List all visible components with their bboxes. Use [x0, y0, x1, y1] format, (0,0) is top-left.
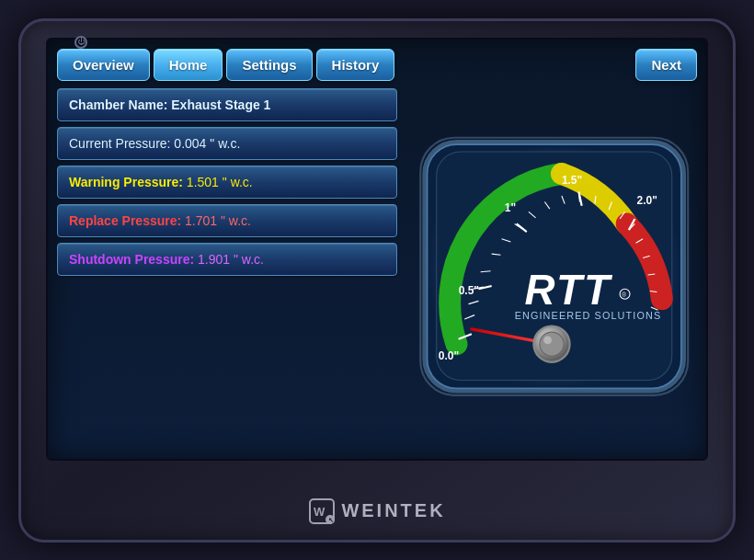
brand-logo: W ↖ WEINTEK: [308, 497, 445, 525]
svg-text:2.0": 2.0": [637, 193, 657, 206]
nav-overview[interactable]: Overview: [57, 49, 150, 81]
content-area: Chamber Name: Exhaust Stage 1 Current Pr…: [57, 88, 697, 450]
device-frame: ⏻ Overview Home Settings History Next Ch…: [18, 18, 736, 543]
shutdown-label: Shutdown Pressure:: [69, 252, 194, 267]
warning-label: Warning Pressure:: [69, 175, 183, 189]
warning-value: 1.501 " w.c.: [183, 175, 253, 189]
svg-text:®: ®: [622, 291, 626, 298]
svg-text:↖: ↖: [328, 517, 336, 523]
replace-label: Replace Pressure:: [69, 213, 181, 228]
svg-text:0.0": 0.0": [439, 349, 459, 361]
nav-settings[interactable]: Settings: [226, 49, 312, 81]
nav-bar: Overview Home Settings History Next: [57, 49, 697, 81]
current-pressure-row: Current Pressure: 0.004 " w.c.: [57, 127, 397, 160]
svg-point-40: [543, 336, 552, 344]
current-pressure-text: Current Pressure: 0.004 " w.c.: [69, 136, 240, 151]
power-button[interactable]: ⏻: [74, 36, 87, 49]
warning-pressure-row: Warning Pressure: 1.501 " w.c.: [57, 166, 397, 199]
svg-text:1": 1": [505, 201, 516, 214]
nav-home[interactable]: Home: [154, 49, 223, 81]
shutdown-pressure-row: Shutdown Pressure: 1.901 " w.c.: [57, 243, 397, 276]
nav-history[interactable]: History: [316, 49, 395, 81]
svg-text:0.5": 0.5": [459, 283, 479, 296]
gauge-svg: 0.0" 0.5" 1" 1.5" 2.0": [406, 88, 697, 450]
svg-text:ENGINEERED SOLUTIONS: ENGINEERED SOLUTIONS: [515, 309, 662, 320]
screen: Overview Home Settings History Next Cham…: [46, 38, 708, 461]
svg-point-39: [540, 332, 564, 356]
shutdown-value: 1.901 " w.c.: [194, 252, 264, 267]
weintek-icon: W ↖: [308, 497, 336, 525]
nav-next[interactable]: Next: [635, 49, 697, 81]
replace-pressure-row: Replace Pressure: 1.701 " w.c.: [57, 204, 397, 237]
gauge-panel: 0.0" 0.5" 1" 1.5" 2.0": [406, 88, 697, 450]
svg-text:RTT: RTT: [525, 266, 614, 313]
chamber-name-row: Chamber Name: Exhaust Stage 1: [57, 88, 397, 121]
brand-name: WEINTEK: [341, 500, 445, 521]
svg-text:1.5": 1.5": [562, 173, 582, 186]
replace-value: 1.701 " w.c.: [181, 213, 251, 228]
svg-text:W: W: [314, 505, 326, 519]
info-panel: Chamber Name: Exhaust Stage 1 Current Pr…: [57, 88, 397, 450]
bottom-bar: W ↖ WEINTEK: [308, 494, 445, 525]
chamber-name-text: Chamber Name: Exhaust Stage 1: [69, 97, 270, 112]
